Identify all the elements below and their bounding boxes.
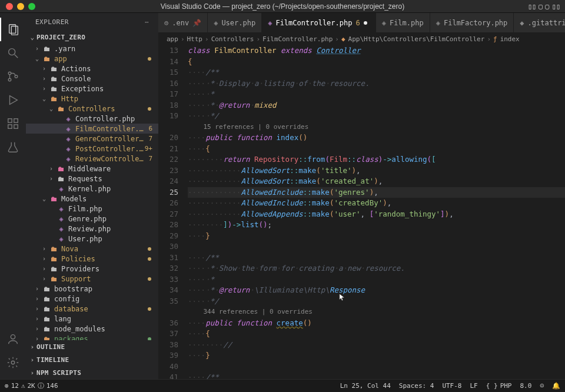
tree-file[interactable]: ◈Genre.php <box>26 214 158 224</box>
code-line[interactable]: ·····*/ <box>188 296 565 307</box>
breadcrumb-item[interactable]: App\Http\Controllers\FilmController <box>348 35 485 43</box>
tree-folder[interactable]: ›🖿Providers <box>26 264 158 274</box>
tree-file[interactable]: ◈ReviewController.php7 <box>26 154 158 164</box>
tree-folder[interactable]: ›🖿database <box>26 304 158 314</box>
editor-tab[interactable]: ◈Film.php <box>376 13 430 32</box>
window-minimize-button[interactable] <box>17 3 24 10</box>
code-line[interactable]: ·····* <box>188 274 565 285</box>
pin-icon[interactable]: 📌 <box>192 19 201 27</box>
status-feedback-icon[interactable]: ☺ <box>540 382 544 390</box>
layout-custom-icon[interactable]: ▯▯ <box>552 2 560 11</box>
code-editor[interactable]: 13141516171819 2021222324252627282930313… <box>158 45 565 379</box>
tree-file[interactable]: ◈PostController.php9+ <box>26 144 158 154</box>
tree-folder[interactable]: ›🖿Support <box>26 274 158 284</box>
code-line[interactable]: ·····*·Display·a·listing·of·the·resource… <box>188 78 565 89</box>
run-debug-icon[interactable] <box>0 88 26 112</box>
tree-file[interactable]: ◈Controller.php <box>26 114 158 124</box>
tree-folder[interactable]: ›🖿config <box>26 294 158 304</box>
editor-tab[interactable]: ⚙.env📌 <box>158 13 208 32</box>
explorer-more-icon[interactable]: ⋯ <box>145 18 149 26</box>
tree-file[interactable]: ◈FilmController.php6 <box>26 124 158 134</box>
tree-file[interactable]: ◈User.php <box>26 234 158 244</box>
tree-file[interactable]: ◈Review.php <box>26 224 158 234</box>
testing-icon[interactable] <box>0 135 26 159</box>
code-line[interactable]: ····{ <box>188 328 565 340</box>
extensions-icon[interactable] <box>0 112 26 135</box>
tree-file[interactable]: ◈Kernel.php <box>26 184 158 194</box>
breadcrumb-item[interactable]: app <box>167 35 178 43</box>
code-line[interactable]: ········// <box>188 340 565 351</box>
tree-folder[interactable]: ›🖿Actions <box>26 64 158 74</box>
editor-tab[interactable]: ◈FilmFactory.php <box>430 13 514 32</box>
tree-folder[interactable]: ›🖿Nova <box>26 244 158 254</box>
code-line[interactable]: ·····*/ <box>188 111 565 122</box>
source-control-icon[interactable] <box>0 65 26 88</box>
tree-folder[interactable]: ›🖿Requests <box>26 174 158 184</box>
window-close-button[interactable] <box>6 3 13 10</box>
breadcrumb-item[interactable]: Controllers <box>211 35 254 43</box>
code-line[interactable]: ········return Repository::from(Film::cl… <box>188 154 565 165</box>
layout-side-icon[interactable]: ▢ <box>545 2 549 11</box>
code-line[interactable]: ·····* <box>188 89 565 100</box>
code-line[interactable]: ············AllowedInclude::make('create… <box>188 198 565 209</box>
tree-folder[interactable]: ›🖿node_modules <box>26 324 158 334</box>
code-line[interactable]: class FilmController extends Controller <box>188 45 565 57</box>
status-bell-icon[interactable]: 🔔 <box>552 382 560 390</box>
code-line[interactable]: ·····*·@return·\Illuminate\Http\Response <box>188 285 565 296</box>
code-line[interactable]: ····/** <box>188 372 565 379</box>
breadcrumb-item[interactable]: FilmController.php <box>262 35 333 43</box>
code-line[interactable]: ····} <box>188 350 565 361</box>
timeline-section-header[interactable]: ›TIMELINE <box>26 353 158 366</box>
code-line[interactable]: ····public function create() <box>188 318 565 329</box>
code-line[interactable]: ····} <box>188 231 565 242</box>
tree-folder[interactable]: ⌄🖿Http <box>26 94 158 104</box>
code-line[interactable] <box>188 241 565 253</box>
editor-tab[interactable]: ◈FilmController.php6 <box>262 13 376 32</box>
explorer-icon[interactable] <box>0 18 26 41</box>
status-indent[interactable]: Spaces: 4 <box>399 382 434 390</box>
breadcrumb-item[interactable]: index <box>500 35 520 43</box>
tree-folder[interactable]: ›🖿.yarn <box>26 44 158 54</box>
project-section-header[interactable]: ⌄PROJECT_ZERO <box>26 31 158 44</box>
code-line[interactable]: ····public function index() <box>188 132 565 144</box>
account-icon[interactable] <box>0 327 26 351</box>
code-line[interactable]: ·····*·Show·the·form·for·creating·a·new·… <box>188 263 565 274</box>
code-line[interactable]: ············AllowedSort::make('title'), <box>188 165 565 177</box>
tree-folder[interactable]: ›🖿packages <box>26 334 158 340</box>
outline-section-header[interactable]: ›OUTLINE <box>26 340 158 353</box>
tree-folder[interactable]: ⌄🖿Controllers <box>26 104 158 114</box>
tree-folder[interactable]: ›🖿bootstrap <box>26 284 158 294</box>
breadcrumb-item[interactable]: Http <box>187 35 203 43</box>
code-line[interactable]: ········])->list(); <box>188 220 565 231</box>
breadcrumb[interactable]: app›Http›Controllers›FilmController.php›… <box>158 32 565 45</box>
code-line[interactable]: ············AllowedInclude::make('genres… <box>188 187 565 198</box>
status-eol[interactable]: LF <box>470 382 478 390</box>
tree-file[interactable]: ◈GenreController.php7 <box>26 134 158 144</box>
status-cursor[interactable]: Ln 25, Col 44 <box>340 382 391 390</box>
code-line[interactable]: ············AllowedAppends::make('user',… <box>188 209 565 220</box>
editor-tab[interactable]: ◆.gitattributes <box>514 13 565 32</box>
npm-section-header[interactable]: ›NPM SCRIPTS <box>26 366 158 379</box>
code-line[interactable]: ····/** <box>188 253 565 264</box>
window-maximize-button[interactable] <box>28 3 35 10</box>
settings-gear-icon[interactable] <box>0 351 26 374</box>
code-line[interactable]: ············AllowedSort::make('created_a… <box>188 176 565 187</box>
tree-folder[interactable]: ›🖿Middleware <box>26 164 158 174</box>
codelens[interactable]: 344 references | 0 overrides <box>188 307 565 318</box>
tree-folder[interactable]: ⌄🖿Models <box>26 194 158 204</box>
tree-folder[interactable]: ›🖿lang <box>26 314 158 324</box>
status-problems[interactable]: ⊗12 ⚠2K ⓘ146 <box>5 381 58 390</box>
codelens[interactable]: 15 references | 0 overrides <box>188 122 565 133</box>
code-line[interactable]: ·····*·@return·mixed <box>188 100 565 111</box>
tree-folder[interactable]: ⌄🖿app <box>26 54 158 64</box>
code-line[interactable]: ····{ <box>188 144 565 155</box>
tree-folder[interactable]: ›🖿Exceptions <box>26 84 158 94</box>
tree-folder[interactable]: ›🖿Console <box>26 74 158 84</box>
tree-file[interactable]: ◈Film.php <box>26 204 158 214</box>
code-content[interactable]: class FilmController extends Controller{… <box>188 45 565 379</box>
status-language[interactable]: { }PHP <box>486 382 512 390</box>
search-icon[interactable] <box>0 41 26 65</box>
status-encoding[interactable]: UTF-8 <box>442 382 461 390</box>
code-line[interactable] <box>188 361 565 373</box>
tree-folder[interactable]: ›🖿Policies <box>26 254 158 264</box>
